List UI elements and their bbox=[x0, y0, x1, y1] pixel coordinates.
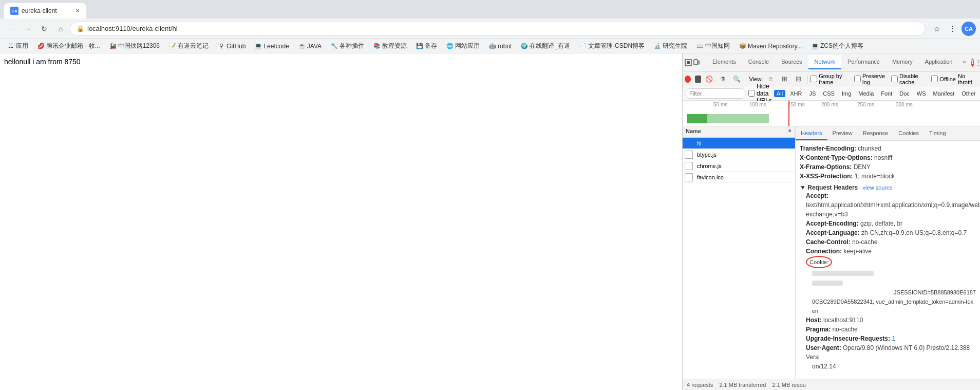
filter-bar: Hide data URLs All XHR JS CSS Img Media … bbox=[683, 86, 980, 101]
forward-button[interactable]: → bbox=[21, 22, 35, 36]
storage-icon: 💾 bbox=[416, 43, 423, 50]
tab-more[interactable]: » bbox=[958, 55, 970, 69]
req-user-agent: User-Agent: Opera/9.80 (Windows NT 6.0) … bbox=[800, 343, 976, 362]
tab-memory[interactable]: Memory bbox=[886, 55, 919, 69]
address-bar[interactable]: 🔒 localhost:9110/eureka-client/hi bbox=[70, 22, 926, 36]
offline-checkbox[interactable] bbox=[931, 76, 938, 82]
rail-icon: 🚂 bbox=[109, 43, 117, 50]
filter-type-js[interactable]: JS bbox=[806, 90, 818, 97]
bookmark-robot[interactable]: 🤖 robot bbox=[486, 42, 515, 51]
bookmark-tutorials-label: 教程资源 bbox=[382, 42, 407, 50]
tab-favicon: CA bbox=[10, 7, 18, 15]
filter-button[interactable]: ⚗ bbox=[717, 72, 729, 86]
hide-data-urls-checkbox[interactable] bbox=[748, 90, 755, 97]
bookmark-plugins[interactable]: 🔧 各种插件 bbox=[328, 41, 367, 51]
browser-window: CA eureka-client ✕ ← → ↻ ⌂ 🔒 localhost:9… bbox=[0, 0, 980, 390]
bookmark-maven[interactable]: 📦 Maven Repository... bbox=[736, 42, 805, 51]
request-headers-label[interactable]: ▼ Request Headers view source bbox=[800, 184, 893, 191]
req-val-accept: text/html,application/xhtml+xml,applicat… bbox=[806, 201, 980, 218]
bookmark-rail-label: 中国铁路12306 bbox=[118, 42, 160, 50]
filter-type-img[interactable]: Img bbox=[839, 90, 854, 97]
filter-input[interactable] bbox=[685, 88, 746, 99]
filter-type-xhr[interactable]: XHR bbox=[787, 90, 804, 97]
filter-type-ws[interactable]: WS bbox=[914, 90, 929, 97]
view-grid-button[interactable]: ⊞ bbox=[779, 72, 790, 86]
bookmark-rail[interactable]: 🚂 中国铁路12306 bbox=[106, 41, 163, 51]
filter-type-all[interactable]: All bbox=[774, 90, 785, 97]
device-toolbar-button[interactable] bbox=[693, 56, 700, 69]
view-source-link[interactable]: view source bbox=[863, 184, 893, 191]
inspect-element-button[interactable] bbox=[685, 56, 692, 69]
bookmark-storage[interactable]: 💾 备存 bbox=[413, 41, 440, 51]
disable-cache-check[interactable]: Disable cache bbox=[891, 73, 929, 85]
filter-type-font[interactable]: Font bbox=[878, 90, 895, 97]
svg-rect-1 bbox=[687, 61, 690, 64]
bookmark-csdn[interactable]: 📄 文章管理-CSDN博客 bbox=[576, 41, 648, 51]
bookmark-apps-label: 应用 bbox=[16, 42, 28, 50]
tl-label-100ms: 100 ms bbox=[749, 102, 766, 107]
bookmark-icon[interactable]: ☆ bbox=[930, 22, 944, 36]
network-row-favicon[interactable]: favicon.ico bbox=[683, 172, 795, 183]
cnki-icon: 📖 bbox=[696, 43, 704, 50]
tab-console[interactable]: Console bbox=[742, 55, 775, 69]
bookmark-translate[interactable]: 🌍 在线翻译_有道 bbox=[518, 41, 573, 51]
browser-tab[interactable]: CA eureka-client ✕ bbox=[4, 3, 86, 18]
bookmark-research[interactable]: 🔬 研究生院 bbox=[651, 41, 690, 51]
group-by-frame-checkbox[interactable] bbox=[811, 76, 817, 82]
filter-type-other[interactable]: Other bbox=[959, 90, 978, 97]
detail-tabs: Headers Preview Response Cookies Timing bbox=[796, 126, 980, 141]
user-avatar[interactable]: CA bbox=[962, 22, 976, 36]
settings-icon[interactable]: ⋮ bbox=[945, 22, 959, 36]
bookmark-github[interactable]: ⚲ GitHub bbox=[215, 42, 249, 51]
tab-elements[interactable]: Elements bbox=[706, 55, 742, 69]
filter-type-media[interactable]: Media bbox=[856, 90, 876, 97]
bookmark-apps[interactable]: ☷ 应用 bbox=[4, 41, 31, 51]
view-large-button[interactable]: ⊟ bbox=[793, 72, 804, 86]
refresh-button[interactable]: ↻ bbox=[37, 22, 51, 36]
bookmark-email-label: 腾讯企业邮箱 - 收... bbox=[46, 42, 100, 50]
tab-application[interactable]: Application bbox=[919, 55, 959, 69]
search-button[interactable]: 🔍 bbox=[731, 72, 743, 86]
tab-performance[interactable]: Performance bbox=[841, 55, 886, 69]
tab-sources[interactable]: Sources bbox=[775, 55, 808, 69]
stop-button[interactable] bbox=[695, 76, 701, 83]
clear-button[interactable]: 🚫 bbox=[703, 72, 715, 86]
bookmark-tutorials[interactable]: 📚 教程资源 bbox=[370, 41, 410, 51]
network-timeline: 50 ms 100 ms 150 ms 200 ms 250 ms 300 ms bbox=[683, 101, 980, 126]
network-row-btype[interactable]: btype.js bbox=[683, 149, 795, 160]
filter-type-doc[interactable]: Doc bbox=[897, 90, 912, 97]
detail-tab-response[interactable]: Response bbox=[858, 127, 894, 140]
devtools-settings-button[interactable]: ⋮ bbox=[975, 56, 980, 69]
tab-close-button[interactable]: ✕ bbox=[75, 7, 80, 14]
req-key-ua: User-Agent: bbox=[806, 344, 841, 351]
bookmark-github-label: GitHub bbox=[227, 43, 246, 50]
offline-check[interactable]: Offline bbox=[931, 76, 956, 82]
req-cookie-session: JSESSIONID=5B8858980E6187 bbox=[800, 288, 976, 297]
detail-tab-headers[interactable]: Headers bbox=[796, 127, 827, 140]
preserve-log-checkbox[interactable] bbox=[854, 76, 861, 82]
detail-tab-cookies[interactable]: Cookies bbox=[893, 127, 924, 140]
bookmark-note[interactable]: 📝 有道云笔记 bbox=[166, 41, 212, 51]
network-row-chrome[interactable]: chrome.js bbox=[683, 160, 795, 172]
bookmark-blog[interactable]: 💻 ZCS的个人博客 bbox=[808, 41, 866, 51]
network-row-hi[interactable]: hi bbox=[683, 138, 795, 149]
bookmark-email[interactable]: 💋 腾讯企业邮箱 - 收... bbox=[34, 41, 103, 51]
record-button[interactable] bbox=[685, 76, 691, 83]
bookmark-leetcode[interactable]: 💻 Leetcode bbox=[252, 42, 292, 51]
bookmark-website[interactable]: 🌐 网站应用 bbox=[443, 41, 483, 51]
req-cookie-blurred-1 bbox=[800, 268, 976, 278]
bookmark-java[interactable]: ☕ JAVA bbox=[295, 42, 325, 51]
tab-network[interactable]: Network bbox=[808, 55, 841, 69]
filter-type-css[interactable]: CSS bbox=[820, 90, 837, 97]
req-val-accept-language: zh-CN,zh;q=0.9,en-US;q=0.8,en;q=0.7 bbox=[861, 229, 967, 236]
disable-cache-checkbox[interactable] bbox=[891, 76, 898, 82]
bookmark-cnki[interactable]: 📖 中国知网 bbox=[693, 41, 733, 51]
filter-type-manifest[interactable]: Manifest bbox=[931, 90, 957, 97]
back-button[interactable]: ← bbox=[4, 22, 18, 36]
preserve-log-check[interactable]: Preserve log bbox=[854, 73, 889, 85]
req-cache-control: Cache-Control: no-cache bbox=[800, 237, 976, 247]
detail-tab-timing[interactable]: Timing bbox=[924, 127, 951, 140]
detail-tab-preview[interactable]: Preview bbox=[827, 127, 858, 140]
home-button[interactable]: ⌂ bbox=[53, 22, 68, 36]
group-by-frame-check[interactable]: Group by frame bbox=[811, 73, 852, 85]
